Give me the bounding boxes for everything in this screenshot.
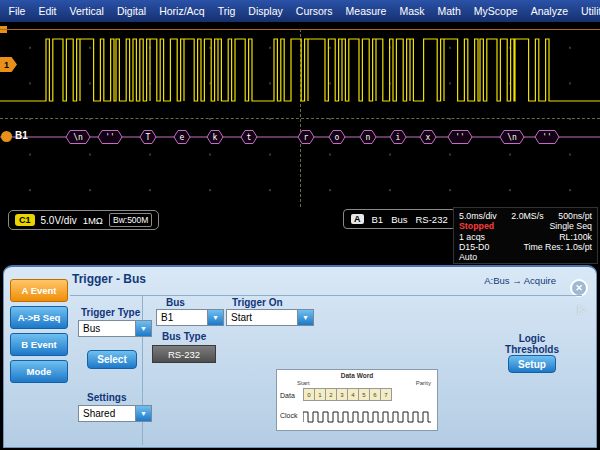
settings-value: Shared [79,406,135,421]
tab-a-event[interactable]: A Event [10,279,68,302]
samplerate-readout: 2.0MS/s [511,211,543,221]
diagram-clock-wave [303,408,431,424]
menu-item-trig[interactable]: Trig [211,0,242,22]
tab-b-event[interactable]: B Event [10,333,68,356]
diagram-bit-cell: 7 [380,388,392,401]
bus-decode-value: '' [105,133,115,142]
trigger-a-badge: A [351,214,364,224]
tab-mode[interactable]: Mode [10,360,68,383]
resolution-readout: 500ns/pt [558,211,592,221]
trigger-type-value: Bus [79,321,135,336]
bus-decode-value: i [396,133,401,142]
bus1-label: B1 [15,130,28,141]
menu-items: FileEditVerticalDigitalHoriz/AcqTrigDisp… [2,0,600,22]
menu-item-edit[interactable]: Edit [32,0,63,22]
channel1-badge: C1 [15,214,35,226]
menu-bar: FileEditVerticalDigitalHoriz/AcqTrigDisp… [0,0,600,22]
trigger-kind: Bus [391,214,407,225]
diagram-parity-label: Parity [416,380,431,386]
bus-decode-value: n [366,133,371,142]
channel1-impedance: 1MΩ [83,215,103,226]
trigger-on-dropdown[interactable]: Start ▼ [226,309,314,326]
menu-item-math[interactable]: Math [431,0,467,22]
acq-seq-mode: Single Seq [549,221,592,231]
select-button[interactable]: Select [87,350,137,369]
trigger-bus-dialog: Trigger - Bus A:Bus → Acquire ✕ ▷ A Even… [3,265,597,448]
bus-decode-value: t [247,133,252,142]
menu-item-measure[interactable]: Measure [339,0,393,22]
acq-count: 1 acqs [459,232,485,242]
dialog-tab-column: A EventA->B SeqB EventMode [10,279,68,387]
bus-value: B1 [157,310,207,325]
tab-a-b-seq[interactable]: A->B Seq [10,306,68,329]
trigger-type-dropdown[interactable]: Bus ▼ [78,320,152,337]
bus-decode-value: T [146,133,151,142]
logic-thresholds-label: Logic Thresholds [494,333,570,355]
diagram-clock-label: Clock [280,412,298,419]
diagram-start-label: Start [297,380,310,386]
menu-item-utilities[interactable]: Utilities [575,0,600,22]
chevron-down-icon: ▼ [135,321,151,336]
menu-item-mask[interactable]: Mask [393,0,431,22]
record-length: RL:100k [559,232,592,242]
menu-item-vertical[interactable]: Vertical [63,0,110,22]
bus-decode-value: '' [542,133,552,142]
channel1-readout[interactable]: C1 5.0V/div 1MΩ Bw:500M [8,210,159,230]
chevron-down-icon: ▼ [207,310,223,325]
settings-dropdown[interactable]: Shared ▼ [78,405,152,422]
bus-decode-value: e [180,133,185,142]
waveform-svg: \n''Tektronix''\n'' [0,29,600,207]
bus-dropdown[interactable]: B1 ▼ [156,309,224,326]
bus1-position-marker[interactable] [1,131,12,142]
dialog-collapse-icon[interactable]: ▷ [578,302,587,316]
trigger-source: B1 [372,214,384,225]
chevron-down-icon: ▼ [135,406,151,421]
settings-label: Settings [87,392,126,403]
waveform-display: \n''Tektronix''\n'' 1 B1 [0,22,600,207]
time-resolution: Time Res: 1.0s/pt [523,242,592,252]
bus-timing-diagram: Data Word Start Parity Data 01234567 Clo… [276,369,438,431]
bus-decode-value: k [213,133,218,142]
acquisition-readout: 5.0ms/div 2.0MS/s 500ns/pt Stopped Singl… [453,207,598,264]
bus-decode-value: r [304,133,309,142]
trigger-protocol: RS-232 [416,214,448,225]
bus-label: Bus [166,297,185,308]
menu-item-file[interactable]: File [2,0,32,22]
trigger-readout[interactable]: A B1 Bus RS-232 [343,209,456,229]
dialog-title: Trigger - Bus [72,272,146,286]
menu-item-digital[interactable]: Digital [110,0,152,22]
chevron-down-icon: ▼ [297,310,313,325]
bus-decode-value: o [335,133,340,142]
bus-type-value: RS-232 [152,345,216,363]
channel1-bandwidth: Bw:500M [109,213,152,227]
trigger-on-value: Start [227,310,297,325]
trigger-type-label: Trigger Type [81,307,140,318]
diagram-bit-cells: 01234567 [303,388,391,401]
bus-type-label: Bus Type [162,331,206,342]
trigger-mode: Auto [459,252,477,262]
setup-button[interactable]: Setup [508,355,556,373]
menu-item-cursors[interactable]: Cursors [289,0,339,22]
menu-item-analyze[interactable]: Analyze [524,0,574,22]
status-bar: C1 5.0V/div 1MΩ Bw:500M A B1 Bus RS-232 … [0,207,600,265]
trigger-on-label: Trigger On [232,297,283,308]
dialog-context: A:Bus → Acquire [484,275,556,286]
dialog-divider-vertical [142,295,143,445]
menu-item-display[interactable]: Display [242,0,289,22]
acq-state: Stopped [459,221,494,231]
menu-item-myscope[interactable]: MyScope [467,0,524,22]
digital-channels: D15-D0 [459,242,489,252]
diagram-data-label: Data [280,392,295,399]
menu-item-horiz-acq[interactable]: Horiz/Acq [153,0,212,22]
channel1-scale: 5.0V/div [41,215,77,226]
dialog-divider-horizontal [70,295,582,296]
bus-decode-value: '' [455,133,465,142]
diagram-title: Data Word [277,372,437,379]
channel1-trace [0,39,600,101]
bus-decode-value: \n [73,133,83,142]
bus-decode-value: x [426,133,431,142]
timebase-readout: 5.0ms/div [459,211,497,221]
bus-decode-value: \n [507,133,517,142]
